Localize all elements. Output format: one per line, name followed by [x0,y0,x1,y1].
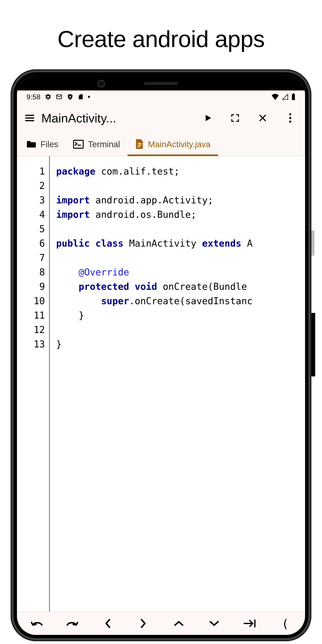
page-heading: Create android apps [0,0,322,69]
play-protect-icon [67,94,74,100]
code-line[interactable]: public class MainActivity extends A [56,236,305,250]
battery-icon [291,93,296,100]
code-line[interactable] [56,222,305,236]
line-number: 6 [17,236,45,250]
svg-point-8 [289,113,291,116]
tab-files-label: Files [40,140,58,149]
run-button[interactable] [202,113,213,123]
phone-screen: 9:58 MainActivity... [17,76,305,635]
app-bar-actions [202,113,298,123]
code-line[interactable]: @Override [56,265,305,280]
code-editor[interactable]: 12345678910111213 package com.alif.test;… [17,156,305,612]
line-number: 13 [17,337,45,352]
code-line[interactable]: import android.os.Bundle; [56,208,305,222]
svg-rect-13 [138,143,142,144]
svg-rect-14 [138,145,142,146]
line-number: 11 [17,308,45,323]
cursor-right-button[interactable] [136,616,150,631]
app-bar: MainActivity... [17,103,305,133]
svg-rect-2 [293,93,294,94]
code-line[interactable]: } [56,337,305,352]
wifi-icon [271,94,279,100]
tab-editor-active[interactable]: MainActivity.java [128,133,218,156]
code-line[interactable]: super.onCreate(savedInstanc [56,294,305,308]
line-number: 12 [17,323,45,337]
phone-notch [17,76,305,90]
terminal-icon [73,140,84,149]
svg-rect-11 [74,140,84,148]
status-bar: 9:58 [17,90,305,103]
status-right [271,93,296,100]
phone-side-button-dark [312,313,315,376]
phone-speaker [144,82,178,85]
tab-bar: Files Terminal MainActivity.java [17,133,305,156]
redo-icon [66,618,78,628]
close-button[interactable] [258,113,268,123]
status-time: 9:58 [26,93,40,101]
code-line[interactable]: package com.alif.test; [56,164,305,178]
line-number-gutter: 12345678910111213 [17,156,50,612]
insert-paren-button[interactable]: ( [278,616,292,631]
line-number: 8 [17,265,45,280]
line-number: 3 [17,193,45,208]
undo-icon [31,618,43,628]
line-number: 10 [17,294,45,308]
code-line[interactable] [56,178,305,193]
phone-frame: 9:58 MainActivity... [10,69,312,641]
svg-rect-1 [292,94,295,100]
chevron-right-icon [140,618,146,628]
cellular-icon [282,94,289,100]
tab-terminal-label: Terminal [88,140,120,149]
code-line[interactable]: import android.app.Activity; [56,193,305,208]
paren-label: ( [282,617,289,630]
status-dot-icon [88,96,90,98]
svg-point-9 [289,117,291,119]
chevron-up-icon [174,620,184,627]
play-icon [203,113,212,123]
code-line[interactable]: protected void onCreate(Bundle [56,280,305,294]
chevron-left-icon [104,618,111,628]
line-number: 7 [17,250,45,265]
chevron-down-icon [209,620,219,627]
mail-icon [56,94,62,100]
cursor-down-button[interactable] [207,616,222,631]
phone-camera [98,80,105,88]
sd-card-icon [78,94,84,100]
line-number: 1 [17,164,45,178]
svg-rect-15 [138,146,140,147]
cursor-left-button[interactable] [100,616,115,631]
undo-button[interactable] [30,616,44,631]
file-icon [135,139,144,149]
tab-terminal[interactable]: Terminal [66,133,127,156]
folder-icon [26,140,36,148]
line-number: 2 [17,178,45,193]
tab-key-button[interactable] [242,616,257,631]
phone-side-button-light [312,230,314,256]
gear-icon [45,94,52,100]
tab-arrow-icon [244,619,256,628]
line-number: 4 [17,208,45,222]
tab-active-label: MainActivity.java [148,140,210,149]
svg-point-10 [289,120,291,123]
menu-button[interactable] [24,113,35,123]
fullscreen-button[interactable] [230,113,240,123]
code-line[interactable]: } [56,308,305,323]
redo-button[interactable] [65,616,80,631]
more-vert-icon [289,113,292,123]
code-line[interactable] [56,250,305,265]
code-content[interactable]: package com.alif.test; import android.ap… [50,156,305,612]
line-number: 9 [17,280,45,294]
fullscreen-icon [231,114,240,122]
close-icon [258,113,267,123]
hamburger-icon [24,113,35,123]
line-number: 5 [17,222,45,236]
code-line[interactable] [56,323,305,337]
editor-bottom-toolbar: ( [17,612,305,635]
tab-files[interactable]: Files [19,133,66,156]
app-bar-title: MainActivity... [41,111,137,125]
status-left: 9:58 [26,93,90,101]
overflow-button[interactable] [285,113,296,123]
cursor-up-button[interactable] [172,616,186,631]
